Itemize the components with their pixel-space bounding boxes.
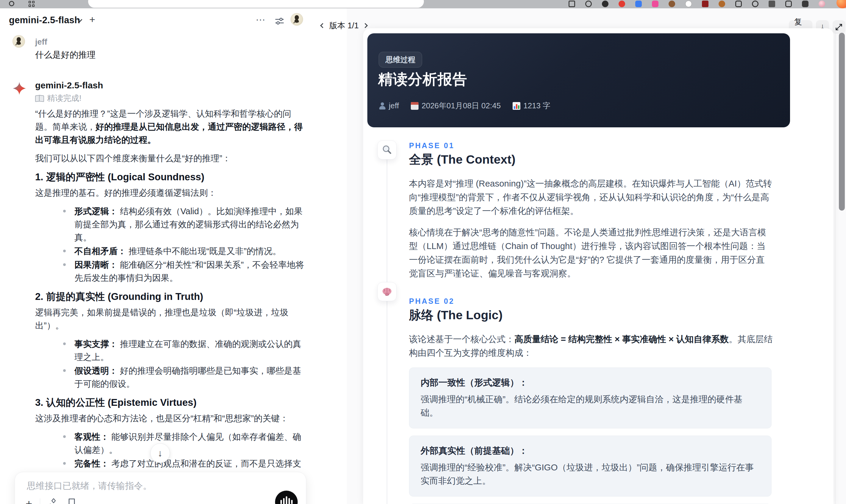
list-item: 事实支撑： 推理建立在可靠的数据、准确的观测或公认的真理之上。: [35, 337, 304, 364]
bookmark-icon[interactable]: [67, 498, 76, 504]
screen: gemini-2.5-flash + … jeff: [0, 0, 846, 504]
dimension-card: 外部真实性（前提基础）： 强调推理的“经验校准”。解决“GIGO（垃圾进，垃圾出…: [409, 436, 772, 497]
section-heading: 1. 逻辑的严密性 (Logical Soundness): [35, 172, 304, 183]
extension-icon[interactable]: [635, 1, 642, 7]
phase-2-section: PHASE 02 脉络 (The Logic) 该论述基于一个核心公式：高质量结…: [409, 297, 773, 504]
formula-paragraph: 该论述基于一个核心公式：高质量结论 = 结构完整性 × 事实准确性 × 认知自律…: [409, 332, 773, 360]
extension-icons-row: [568, 1, 825, 7]
voice-input-button[interactable]: [275, 491, 298, 504]
section-lead: 这涉及推理者的心态和方法论，也是区分“杠精”和“思想家”的关键：: [35, 412, 304, 425]
extension-icon[interactable]: [602, 1, 609, 7]
browser-toolbar: [0, 0, 846, 8]
timeline-connector: [387, 160, 387, 282]
sparkle-diamonds-icon[interactable]: [48, 498, 59, 504]
extension-icon[interactable]: [585, 1, 592, 7]
date: 2026年01月08日 02:45: [422, 101, 501, 111]
composer-placeholder[interactable]: 思维接口已就绪，请传输指令。: [27, 480, 152, 492]
open-book-icon: [35, 95, 44, 101]
thinking-process-badge: 思维过程: [378, 52, 422, 68]
timeline-connector: [387, 301, 387, 504]
extension-icon[interactable]: [652, 1, 658, 7]
extension-icon[interactable]: [719, 1, 725, 7]
card-title: 内部一致性（形式逻辑）：: [421, 377, 759, 389]
apps-grid-icon[interactable]: [29, 1, 35, 7]
card-title: 外部真实性（前提基础）：: [421, 445, 759, 457]
window-scrollbar[interactable]: [839, 33, 845, 211]
version-navigator: 版本 1/1: [321, 20, 367, 31]
intro-paragraph: “什么是好的推理？”这是一个涉及逻辑学、认知科学和哲学核心的问题。简单来说，好的…: [35, 107, 304, 146]
paragraph: 核心情境在于解决“思考的随意性”问题。不论是人类通过批判性思维进行决策，还是大语…: [409, 226, 773, 280]
extension-icon[interactable]: [619, 1, 625, 7]
assistant-name: gemini-2.5-flash: [35, 80, 103, 90]
list-item: 不自相矛盾： 推理链条中不能出现“既是又非”的情况。: [35, 245, 304, 258]
brain-icon: [377, 282, 396, 301]
scroll-to-bottom-button[interactable]: ↓: [150, 443, 170, 463]
address-bar-fragment[interactable]: [88, 0, 424, 8]
user-message: jeff 什么是好的推理: [13, 35, 25, 48]
dimension-cards: 内部一致性（形式逻辑）： 强调推理的“机械正确”。结论必须在给定的规则系统内逻辑…: [409, 367, 773, 504]
report-header: 思维过程 精读分析报告 jeff 2026年01月08日 02:45 1213 …: [367, 33, 790, 127]
author: jeff: [389, 101, 399, 110]
list-item: 因果清晰： 能准确区分“相关性”和“因果关系”，不会轻率地将先后发生的事情归为因…: [35, 258, 304, 284]
extension-icon[interactable]: [769, 1, 775, 7]
report-title: 精读分析报告: [378, 70, 468, 89]
panel-edge-divider: [835, 28, 835, 504]
phase-1-section: PHASE 01 全景 (The Context) 本内容是对“推理 (Reas…: [409, 141, 773, 280]
chat-panel: gemini-2.5-flash + … jeff: [0, 8, 347, 504]
section-lead: 逻辑再完美，如果前提是错误的，推理也是垃圾（即“垃圾进，垃圾出”）。: [35, 306, 304, 332]
word-count: 1213 字: [523, 101, 550, 111]
waveform-icon: [280, 500, 282, 504]
extension-icon[interactable]: [785, 1, 792, 7]
bullet-list: 事实支撑： 推理建立在可靠的数据、准确的观测或公认的真理之上。 假设透明： 好的…: [35, 337, 304, 390]
expand-button[interactable]: [833, 20, 845, 34]
extension-icon[interactable]: [685, 1, 692, 7]
extension-icon[interactable]: [802, 1, 809, 7]
assistant-message: “什么是好的推理？”这是一个涉及逻辑学、认知科学和哲学核心的问题。简单来说，好的…: [35, 107, 304, 504]
chat-header: gemini-2.5-flash + …: [0, 8, 347, 35]
new-chat-button[interactable]: +: [89, 14, 95, 25]
report-body: PHASE 01 全景 (The Context) 本内容是对“推理 (Reas…: [409, 141, 773, 504]
app-window: gemini-2.5-flash + … jeff: [0, 8, 846, 504]
card-body: 强调推理的“经验校准”。解决“GIGO（垃圾进，垃圾出）”问题，确保推理引擎运行…: [421, 461, 759, 487]
divider: [40, 498, 40, 504]
magnifier-icon: [377, 140, 396, 160]
dimension-card: 内部一致性（形式逻辑）： 强调推理的“机械正确”。结论必须在给定的规则系统内逻辑…: [409, 367, 772, 428]
phase-title: 脉络 (The Logic): [409, 308, 773, 322]
expand-icon: [834, 23, 843, 32]
extension-icon[interactable]: [568, 1, 575, 7]
section-heading: 3. 认知的公正性 (Epistemic Virtues): [35, 397, 304, 408]
attach-plus-button[interactable]: +: [25, 498, 32, 504]
dimension-line: 我们可以从以下四个维度来衡量什么是“好的推理”：: [35, 152, 304, 165]
more-options-button[interactable]: …: [255, 11, 266, 23]
chevron-right-icon[interactable]: [363, 23, 368, 28]
user-message-text: 什么是好的推理: [35, 49, 95, 61]
browser-corner-badge[interactable]: [836, 0, 846, 8]
profile-avatar-icon[interactable]: [818, 1, 825, 7]
user-avatar[interactable]: [290, 13, 303, 25]
calendar-icon: [411, 102, 419, 110]
arrow-down-icon: ↓: [158, 448, 162, 459]
list-item: 形式逻辑： 结构必须有效（Valid）。比如演绎推理中，如果前提全部为真，那么通…: [35, 205, 304, 244]
gemini-star-icon: [13, 82, 26, 95]
status-text: 精读完成!: [47, 93, 82, 104]
chevron-left-icon[interactable]: [320, 23, 325, 28]
artifact-panel: 思维过程 精读分析报告 jeff 2026年01月08日 02:45 1213 …: [363, 28, 833, 504]
assistant-status: 精读完成!: [35, 93, 82, 104]
model-selector[interactable]: gemini-2.5-flash: [9, 15, 80, 25]
tune-sliders-icon[interactable]: [275, 16, 285, 26]
list-item: 假设透明： 好的推理会明确指明哪些是已知事实，哪些是基于可能的假设。: [35, 364, 304, 390]
extension-icon[interactable]: [702, 1, 708, 7]
reload-icon[interactable]: [9, 1, 14, 6]
extension-icon[interactable]: [752, 1, 758, 7]
extension-icon[interactable]: [669, 1, 675, 7]
message-composer[interactable]: 思维接口已就绪，请传输指令。 +: [15, 472, 306, 504]
composer-toolbar: +: [25, 498, 76, 504]
user-avatar: [13, 35, 25, 48]
extension-icon[interactable]: [735, 1, 742, 7]
section-lead: 这是推理的基石。好的推理必须遵循逻辑法则：: [35, 186, 304, 199]
user-name: jeff: [35, 37, 47, 47]
phase-label: PHASE 02: [409, 297, 773, 306]
paragraph: 本内容是对“推理 (Reasoning)”这一抽象概念的高层建模。在知识爆炸与人…: [409, 177, 773, 218]
version-label: 版本 1/1: [329, 20, 359, 31]
report-meta: jeff 2026年01月08日 02:45 1213 字: [378, 101, 550, 111]
